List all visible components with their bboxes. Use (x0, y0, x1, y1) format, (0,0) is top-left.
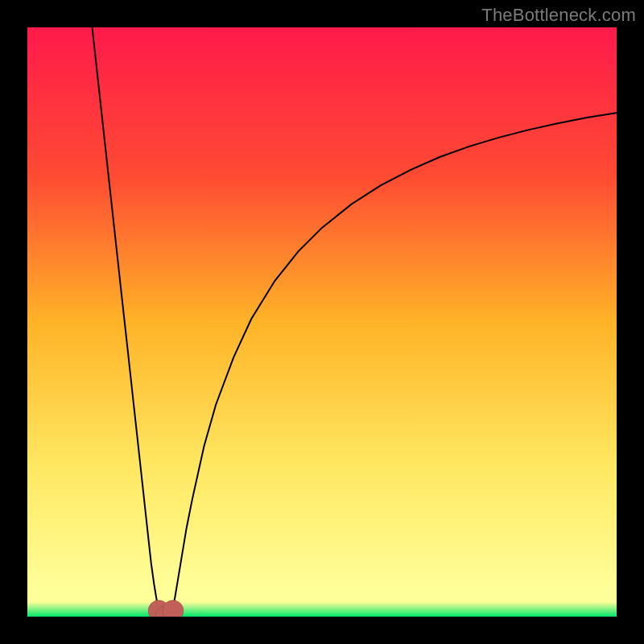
outer-frame: TheBottleneck.com (0, 0, 644, 644)
gradient-background (27, 27, 617, 617)
chart-svg (27, 27, 617, 617)
watermark-text: TheBottleneck.com (481, 5, 636, 26)
plot-area (27, 27, 617, 617)
